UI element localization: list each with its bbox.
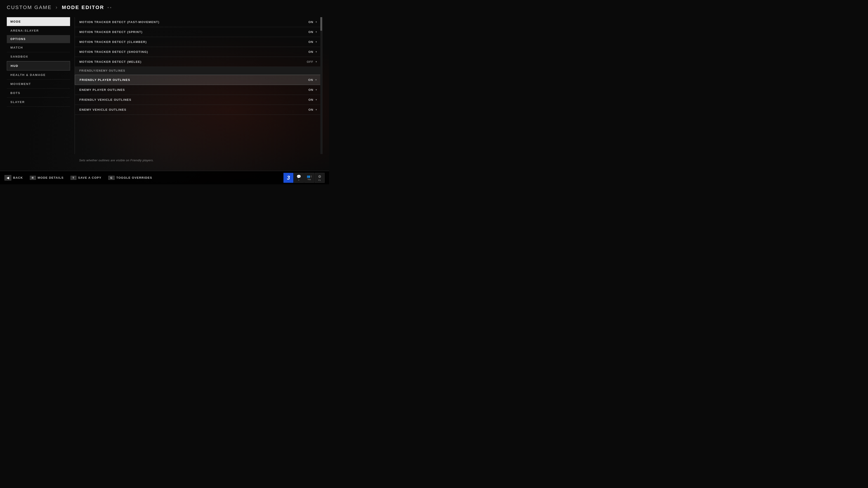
header-dot-2 [110, 7, 111, 8]
setting-value: On ▼ [309, 30, 318, 34]
setting-label: MOTION TRACKER DETECT (SPRINT) [79, 30, 143, 34]
header-dots [107, 7, 111, 8]
hud-player-number: 3 [283, 173, 293, 183]
dropdown-arrow-icon: ▼ [315, 61, 318, 63]
setting-label: FRIENDLY PLAYER OUTLINES [80, 78, 130, 82]
settings-key-label: F1 [318, 179, 321, 181]
players-button[interactable]: 👥 0 Tab [304, 173, 314, 183]
sidebar-item-hud[interactable]: HUD [7, 61, 70, 70]
bottom-action-back[interactable]: ◀Back [4, 175, 23, 181]
bottom-bar: ◀BackRMode DetailsTSave A CopyGToggle Ov… [0, 171, 329, 184]
sidebar-item-options[interactable]: OPTIONS [7, 35, 70, 43]
action-label-toggle-overrides: Toggle Overrides [116, 176, 152, 180]
main-container: CUSTOM GAME › MODE EDITOR MODEARENA:SLAY… [0, 0, 329, 171]
bottom-action-mode-details[interactable]: RMode Details [30, 175, 64, 181]
settings-icon: ⚙ [318, 174, 321, 179]
right-panel: MOTION TRACKER DETECT (FAST-MOVEMENT) On… [74, 17, 322, 172]
sidebar-item-movement[interactable]: MOVEMENT [7, 79, 70, 89]
bottom-actions: ◀BackRMode DetailsTSave A CopyGToggle Ov… [4, 175, 283, 181]
bottom-action-toggle-overrides[interactable]: GToggle Overrides [108, 175, 152, 181]
key-badge-save-copy: T [70, 176, 76, 180]
key-badge-mode-details: R [30, 176, 36, 180]
setting-row-friendly-vehicle-outlines[interactable]: FRIENDLY VEHICLE OUTLINES On ▼ [75, 95, 322, 105]
content-area: MODEARENA:SLAYEROPTIONSMATCHSANDBOXHUDHE… [7, 17, 322, 172]
setting-row-motion-tracker-fast[interactable]: MOTION TRACKER DETECT (FAST-MOVEMENT) On… [75, 17, 322, 27]
action-label-back: Back [13, 176, 23, 180]
breadcrumb-separator: › [56, 4, 60, 10]
dropdown-arrow-icon: ▼ [315, 98, 318, 101]
description-text: Sets whether outlines are visible on Fri… [79, 159, 318, 162]
scrollbar-thumb[interactable] [320, 17, 322, 31]
arrow-icon: ◀ [6, 176, 9, 180]
action-label-mode-details: Mode Details [38, 176, 64, 180]
key-badge-back: ◀ [4, 175, 11, 181]
setting-row-friendly-enemy-outlines[interactable]: FRIENDLY/ENEMY OUTLINES [75, 67, 322, 75]
bottom-action-save-copy[interactable]: TSave A Copy [70, 175, 101, 181]
dropdown-arrow-icon: ▼ [315, 41, 318, 43]
setting-label: MOTION TRACKER DETECT (MELEE) [79, 60, 142, 64]
setting-label: MOTION TRACKER DETECT (FAST-MOVEMENT) [79, 20, 160, 24]
setting-row-motion-tracker-sprint[interactable]: MOTION TRACKER DETECT (SPRINT) On ▼ [75, 27, 322, 37]
setting-row-motion-tracker-clamber[interactable]: MOTION TRACKER DETECT (CLAMBER) On ▼ [75, 37, 322, 47]
settings-list: MOTION TRACKER DETECT (FAST-MOVEMENT) On… [74, 17, 322, 154]
setting-label: ENEMY PLAYER OUTLINES [79, 88, 125, 92]
dropdown-arrow-icon: ▼ [315, 21, 318, 23]
setting-label: ENEMY VEHICLE OUTLINES [79, 108, 126, 111]
player-icon: 👥 [307, 175, 310, 178]
header: CUSTOM GAME › MODE EDITOR [7, 4, 322, 10]
header-dot-1 [107, 7, 109, 8]
setting-label: MOTION TRACKER DETECT (SHOOTING) [79, 50, 148, 54]
chat-key-label: Y [298, 179, 300, 181]
setting-value: On ▼ [309, 40, 318, 43]
sidebar-item-mode[interactable]: MODE [7, 17, 70, 26]
page-subtitle: MODE EDITOR [62, 4, 104, 10]
tab-key-label: Tab [307, 178, 311, 181]
dropdown-arrow-icon: ▼ [315, 51, 318, 53]
sidebar-item-health-damage[interactable]: HEALTH & DAMAGE [7, 70, 70, 79]
breadcrumb-text: CUSTOM GAME [7, 4, 52, 10]
setting-row-motion-tracker-melee[interactable]: MOTION TRACKER DETECT (MELEE) Off ▼ [75, 57, 322, 67]
chat-icon: 💬 [297, 174, 301, 179]
setting-row-friendly-player-outlines[interactable]: FRIENDLY PLAYER OUTLINES On ▼ [75, 75, 322, 85]
sidebar-item-arena-slayer[interactable]: ARENA:SLAYER [7, 26, 70, 35]
scrollbar-track[interactable] [320, 17, 322, 154]
dropdown-arrow-icon: ▼ [315, 31, 318, 33]
settings-button[interactable]: ⚙ F1 [315, 173, 324, 183]
dropdown-arrow-icon: ▼ [315, 108, 318, 111]
dropdown-arrow-icon: ▼ [315, 78, 317, 81]
player-count: 0 [311, 175, 312, 178]
setting-value: Off ▼ [307, 60, 318, 64]
sidebar-item-slayer[interactable]: SLAYER [7, 98, 70, 107]
sidebar-item-bots[interactable]: BOTS [7, 89, 70, 98]
chat-button[interactable]: 💬 Y [294, 173, 304, 183]
setting-value: On ▼ [309, 98, 318, 101]
setting-value: On ▼ [308, 78, 317, 82]
setting-value: On ▼ [309, 108, 318, 111]
sidebar-item-sandbox[interactable]: SANDBOX [7, 52, 70, 61]
setting-row-motion-tracker-shooting[interactable]: MOTION TRACKER DETECT (SHOOTING) On ▼ [75, 47, 322, 57]
setting-label: FRIENDLY VEHICLE OUTLINES [79, 98, 131, 101]
key-badge-toggle-overrides: G [108, 176, 115, 180]
dropdown-arrow-icon: ▼ [315, 89, 318, 91]
setting-label: MOTION TRACKER DETECT (CLAMBER) [79, 40, 147, 43]
page-title: CUSTOM GAME › MODE EDITOR [7, 4, 104, 10]
sidebar: MODEARENA:SLAYEROPTIONSMATCHSANDBOXHUDHE… [7, 17, 70, 172]
description-area: Sets whether outlines are visible on Fri… [74, 154, 322, 172]
setting-row-enemy-player-outlines[interactable]: ENEMY PLAYER OUTLINES On ▼ [75, 85, 322, 95]
setting-value: On ▼ [309, 50, 318, 54]
setting-row-enemy-vehicle-outlines[interactable]: ENEMY VEHICLE OUTLINES On ▼ [75, 105, 322, 115]
sidebar-item-match[interactable]: MATCH [7, 43, 70, 52]
bottom-right-hud: 3 💬 Y 👥 0 Tab ⚙ F1 [283, 173, 324, 183]
setting-value: On ▼ [309, 20, 318, 24]
setting-value: On ▼ [309, 88, 318, 92]
action-label-save-copy: Save A Copy [78, 176, 101, 180]
